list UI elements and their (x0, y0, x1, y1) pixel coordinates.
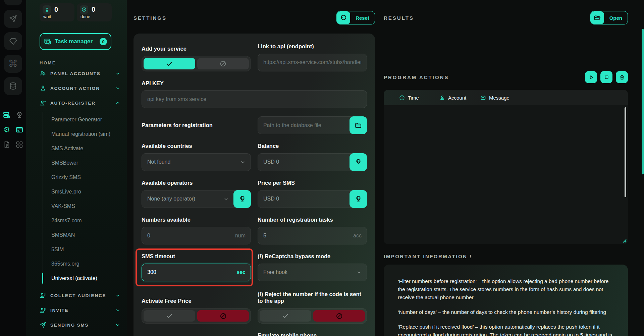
numbers-available-input[interactable] (142, 227, 251, 244)
browser-button[interactable] (15, 125, 24, 134)
check-icon (282, 312, 289, 320)
browse-db-button[interactable] (350, 116, 367, 134)
price-refresh-button[interactable] (350, 190, 367, 208)
reject-yes-button[interactable] (260, 310, 311, 322)
submenu-item-vak-sms[interactable]: VAK-SMS (43, 199, 121, 213)
play-button[interactable] (585, 71, 597, 83)
rotate-ccw-icon (337, 11, 350, 24)
recaptcha-label: (!) ReCaptcha bypass mode (258, 253, 367, 260)
server-check-icon (3, 111, 11, 119)
person-icon (439, 95, 445, 101)
results-column: RESULTS Open PROGRAM ACTIONS (384, 0, 628, 336)
registration-tasks-input[interactable] (258, 227, 367, 244)
reject-no-button[interactable] (313, 310, 365, 322)
countries-select[interactable]: Not found (142, 153, 251, 171)
column-header-message[interactable]: Message (480, 95, 509, 101)
submenu-item-sms-activate[interactable]: SMS Activate (43, 141, 121, 156)
server-check-button[interactable] (2, 111, 11, 119)
table-scrollbar[interactable] (625, 107, 626, 197)
database-button[interactable] (4, 77, 22, 95)
balance-refresh-button[interactable] (350, 153, 367, 171)
countries-label: Available countries (142, 143, 251, 150)
send-button[interactable] (4, 10, 22, 28)
sms-timeout-label: SMS timeout (142, 253, 251, 260)
reject-number-toggle (258, 308, 367, 324)
task-manager-badge: 0 (100, 38, 107, 45)
submenu-item-smslive-pro[interactable]: SmsLive.pro (43, 184, 121, 199)
grid-button[interactable] (15, 140, 24, 149)
free-price-yes-button[interactable] (144, 310, 195, 322)
rail-button-partial[interactable] (4, 0, 22, 5)
reject-number-label: (!) Reject the number if the code is sen… (258, 291, 367, 304)
wait-count: 0 (54, 6, 58, 13)
done-counter: 0 done (77, 3, 112, 21)
sidebar-item-account-action[interactable]: ACCOUNT ACTION (40, 81, 121, 96)
api-key-label: API KEY (142, 80, 367, 87)
icon-rail: ⌘ ⚙ (0, 0, 26, 336)
sidebar-item-sending-sms[interactable]: SENDING SMS (40, 318, 121, 332)
submenu-item-manual-registration[interactable]: Manual registration (sim) (43, 127, 121, 141)
submenu-item-5sim[interactable]: 5SIM (43, 242, 121, 257)
submenu-item-universal-activate[interactable]: Universal (activate) (43, 271, 121, 285)
link-api-input[interactable] (258, 54, 367, 71)
task-manager-label: Task manager (55, 38, 93, 45)
add-service-yes-button[interactable] (144, 58, 195, 69)
operators-refresh-button[interactable] (233, 190, 251, 208)
settings-title: SETTINGS (133, 15, 167, 21)
diamond-button[interactable] (4, 32, 22, 50)
chevron-down-icon (224, 197, 228, 201)
main-content: SETTINGS Reset Add your service (127, 0, 644, 336)
blocked-icon (335, 312, 343, 320)
sms-timeout-input[interactable] (142, 264, 251, 281)
column-header-time[interactable]: Time (399, 95, 439, 101)
counters: 0 wait 0 done (40, 3, 121, 21)
price-value: USD 0 (263, 196, 279, 202)
page-scrollbar[interactable] (642, 29, 644, 174)
wait-label: wait (43, 14, 71, 19)
free-price-no-button[interactable] (197, 310, 249, 322)
sidebar-item-collect-audience[interactable]: COLLECT AUDIENCE (40, 288, 121, 303)
check-circle-icon (80, 5, 88, 14)
delete-button[interactable] (616, 71, 628, 83)
resize-grip-icon[interactable] (622, 238, 627, 243)
numbers-available-label: Numbers available (142, 216, 251, 223)
api-key-input[interactable] (142, 90, 367, 108)
submenu-item-24sms7[interactable]: 24sms7.com (43, 213, 121, 228)
document-button[interactable] (2, 140, 11, 149)
balance-value: USD 0 (263, 159, 279, 165)
submenu-item-365sms[interactable]: 365sms.org (43, 257, 121, 271)
person-cam-button[interactable] (15, 111, 24, 119)
column-label: Time (408, 95, 419, 101)
hourglass-icon (43, 5, 51, 14)
gear-icon: ⚙ (3, 126, 10, 133)
browser-icon (15, 126, 23, 134)
gear-button[interactable]: ⚙ (2, 125, 11, 134)
column-header-account[interactable]: Account (439, 95, 480, 101)
add-service-no-button[interactable] (197, 58, 249, 69)
sidebar-item-panel-accounts[interactable]: PANEL ACCOUNTS (40, 66, 121, 81)
person-icon (40, 85, 46, 92)
add-service-toggle (142, 56, 251, 71)
task-manager-button[interactable]: Task manager 0 (40, 33, 111, 50)
submenu-item-parameter-generator[interactable]: Parameter Generator (43, 112, 121, 127)
sidebar-item-home[interactable]: HOME (40, 59, 121, 66)
submenu-item-grizzly-sms[interactable]: Grizzly SMS (43, 170, 121, 184)
recaptcha-select[interactable]: Free hook (258, 264, 367, 281)
check-icon (166, 60, 173, 67)
sidebar-item-auto-register[interactable]: AUTO-REGISTER (40, 96, 121, 110)
reset-button[interactable]: Reset (336, 11, 375, 24)
sidebar: 0 wait 0 done Task manager 0 HOME PANEL … (26, 0, 127, 336)
submenu-item-smsman[interactable]: SMSMAN (43, 228, 121, 242)
numbers-suffix: num (235, 233, 246, 239)
command-button[interactable]: ⌘ (4, 55, 22, 73)
sidebar-item-label: SENDING SMS (50, 323, 89, 328)
auto-register-submenu: Parameter Generator Manual registration … (43, 112, 121, 285)
free-price-toggle (142, 308, 251, 324)
open-button[interactable]: Open (590, 11, 628, 24)
chevron-down-icon (115, 308, 120, 313)
sidebar-item-invite[interactable]: INVITE (40, 303, 121, 318)
document-icon (3, 141, 10, 148)
wait-counter: 0 wait (40, 3, 74, 21)
submenu-item-smsbower[interactable]: SMSBower (43, 156, 121, 170)
stop-button[interactable] (600, 71, 612, 83)
